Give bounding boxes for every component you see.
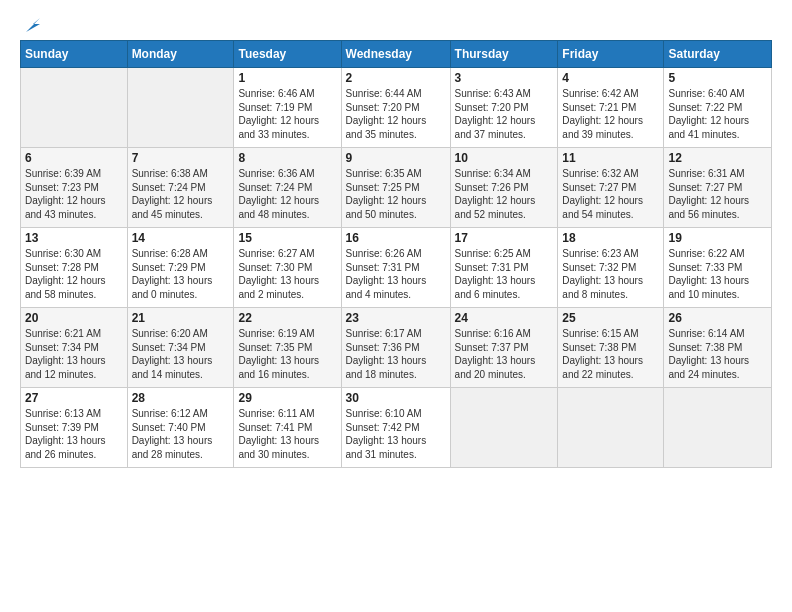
- day-info: Sunrise: 6:13 AMSunset: 7:39 PMDaylight:…: [25, 407, 123, 461]
- day-info: Sunrise: 6:16 AMSunset: 7:37 PMDaylight:…: [455, 327, 554, 381]
- calendar-cell: 1Sunrise: 6:46 AMSunset: 7:19 PMDaylight…: [234, 68, 341, 148]
- day-info: Sunrise: 6:11 AMSunset: 7:41 PMDaylight:…: [238, 407, 336, 461]
- weekday-header-tuesday: Tuesday: [234, 41, 341, 68]
- weekday-header-monday: Monday: [127, 41, 234, 68]
- week-row-2: 6Sunrise: 6:39 AMSunset: 7:23 PMDaylight…: [21, 148, 772, 228]
- calendar-cell: 9Sunrise: 6:35 AMSunset: 7:25 PMDaylight…: [341, 148, 450, 228]
- day-number: 28: [132, 391, 230, 405]
- day-info: Sunrise: 6:26 AMSunset: 7:31 PMDaylight:…: [346, 247, 446, 301]
- week-row-1: 1Sunrise: 6:46 AMSunset: 7:19 PMDaylight…: [21, 68, 772, 148]
- header: [20, 16, 772, 32]
- calendar-cell: 13Sunrise: 6:30 AMSunset: 7:28 PMDayligh…: [21, 228, 128, 308]
- page-container: SundayMondayTuesdayWednesdayThursdayFrid…: [0, 0, 792, 478]
- day-number: 21: [132, 311, 230, 325]
- calendar-body: 1Sunrise: 6:46 AMSunset: 7:19 PMDaylight…: [21, 68, 772, 468]
- day-number: 12: [668, 151, 767, 165]
- calendar-cell: 18Sunrise: 6:23 AMSunset: 7:32 PMDayligh…: [558, 228, 664, 308]
- weekday-header-sunday: Sunday: [21, 41, 128, 68]
- calendar-cell: [450, 388, 558, 468]
- calendar-cell: [664, 388, 772, 468]
- day-info: Sunrise: 6:43 AMSunset: 7:20 PMDaylight:…: [455, 87, 554, 141]
- calendar-header: SundayMondayTuesdayWednesdayThursdayFrid…: [21, 41, 772, 68]
- day-number: 2: [346, 71, 446, 85]
- day-number: 29: [238, 391, 336, 405]
- calendar-cell: 3Sunrise: 6:43 AMSunset: 7:20 PMDaylight…: [450, 68, 558, 148]
- day-number: 20: [25, 311, 123, 325]
- calendar-cell: 7Sunrise: 6:38 AMSunset: 7:24 PMDaylight…: [127, 148, 234, 228]
- calendar-cell: 25Sunrise: 6:15 AMSunset: 7:38 PMDayligh…: [558, 308, 664, 388]
- day-number: 19: [668, 231, 767, 245]
- day-number: 4: [562, 71, 659, 85]
- weekday-header-thursday: Thursday: [450, 41, 558, 68]
- day-number: 14: [132, 231, 230, 245]
- day-number: 30: [346, 391, 446, 405]
- calendar-cell: 28Sunrise: 6:12 AMSunset: 7:40 PMDayligh…: [127, 388, 234, 468]
- day-number: 17: [455, 231, 554, 245]
- calendar-cell: 22Sunrise: 6:19 AMSunset: 7:35 PMDayligh…: [234, 308, 341, 388]
- day-info: Sunrise: 6:22 AMSunset: 7:33 PMDaylight:…: [668, 247, 767, 301]
- day-number: 7: [132, 151, 230, 165]
- day-number: 24: [455, 311, 554, 325]
- calendar-cell: 24Sunrise: 6:16 AMSunset: 7:37 PMDayligh…: [450, 308, 558, 388]
- day-info: Sunrise: 6:19 AMSunset: 7:35 PMDaylight:…: [238, 327, 336, 381]
- calendar-cell: 23Sunrise: 6:17 AMSunset: 7:36 PMDayligh…: [341, 308, 450, 388]
- day-info: Sunrise: 6:28 AMSunset: 7:29 PMDaylight:…: [132, 247, 230, 301]
- day-info: Sunrise: 6:15 AMSunset: 7:38 PMDaylight:…: [562, 327, 659, 381]
- calendar-cell: 27Sunrise: 6:13 AMSunset: 7:39 PMDayligh…: [21, 388, 128, 468]
- week-row-3: 13Sunrise: 6:30 AMSunset: 7:28 PMDayligh…: [21, 228, 772, 308]
- calendar-cell: 29Sunrise: 6:11 AMSunset: 7:41 PMDayligh…: [234, 388, 341, 468]
- calendar-table: SundayMondayTuesdayWednesdayThursdayFrid…: [20, 40, 772, 468]
- calendar-cell: 21Sunrise: 6:20 AMSunset: 7:34 PMDayligh…: [127, 308, 234, 388]
- day-info: Sunrise: 6:40 AMSunset: 7:22 PMDaylight:…: [668, 87, 767, 141]
- day-info: Sunrise: 6:46 AMSunset: 7:19 PMDaylight:…: [238, 87, 336, 141]
- calendar-cell: 19Sunrise: 6:22 AMSunset: 7:33 PMDayligh…: [664, 228, 772, 308]
- weekday-header-wednesday: Wednesday: [341, 41, 450, 68]
- day-info: Sunrise: 6:23 AMSunset: 7:32 PMDaylight:…: [562, 247, 659, 301]
- logo-icon: [22, 14, 44, 36]
- day-number: 23: [346, 311, 446, 325]
- calendar-cell: 16Sunrise: 6:26 AMSunset: 7:31 PMDayligh…: [341, 228, 450, 308]
- calendar-cell: 5Sunrise: 6:40 AMSunset: 7:22 PMDaylight…: [664, 68, 772, 148]
- day-number: 18: [562, 231, 659, 245]
- calendar-cell: 30Sunrise: 6:10 AMSunset: 7:42 PMDayligh…: [341, 388, 450, 468]
- day-info: Sunrise: 6:21 AMSunset: 7:34 PMDaylight:…: [25, 327, 123, 381]
- day-info: Sunrise: 6:38 AMSunset: 7:24 PMDaylight:…: [132, 167, 230, 221]
- weekday-header-saturday: Saturday: [664, 41, 772, 68]
- day-info: Sunrise: 6:30 AMSunset: 7:28 PMDaylight:…: [25, 247, 123, 301]
- day-number: 5: [668, 71, 767, 85]
- day-info: Sunrise: 6:12 AMSunset: 7:40 PMDaylight:…: [132, 407, 230, 461]
- day-info: Sunrise: 6:36 AMSunset: 7:24 PMDaylight:…: [238, 167, 336, 221]
- calendar-cell: 20Sunrise: 6:21 AMSunset: 7:34 PMDayligh…: [21, 308, 128, 388]
- day-info: Sunrise: 6:34 AMSunset: 7:26 PMDaylight:…: [455, 167, 554, 221]
- day-number: 11: [562, 151, 659, 165]
- day-info: Sunrise: 6:32 AMSunset: 7:27 PMDaylight:…: [562, 167, 659, 221]
- calendar-cell: 2Sunrise: 6:44 AMSunset: 7:20 PMDaylight…: [341, 68, 450, 148]
- day-number: 13: [25, 231, 123, 245]
- calendar-cell: 10Sunrise: 6:34 AMSunset: 7:26 PMDayligh…: [450, 148, 558, 228]
- week-row-5: 27Sunrise: 6:13 AMSunset: 7:39 PMDayligh…: [21, 388, 772, 468]
- calendar-cell: 11Sunrise: 6:32 AMSunset: 7:27 PMDayligh…: [558, 148, 664, 228]
- calendar-cell: 15Sunrise: 6:27 AMSunset: 7:30 PMDayligh…: [234, 228, 341, 308]
- calendar-cell: 8Sunrise: 6:36 AMSunset: 7:24 PMDaylight…: [234, 148, 341, 228]
- day-info: Sunrise: 6:25 AMSunset: 7:31 PMDaylight:…: [455, 247, 554, 301]
- day-info: Sunrise: 6:42 AMSunset: 7:21 PMDaylight:…: [562, 87, 659, 141]
- day-number: 3: [455, 71, 554, 85]
- weekday-row: SundayMondayTuesdayWednesdayThursdayFrid…: [21, 41, 772, 68]
- day-number: 22: [238, 311, 336, 325]
- day-info: Sunrise: 6:44 AMSunset: 7:20 PMDaylight:…: [346, 87, 446, 141]
- logo: [20, 16, 44, 32]
- day-info: Sunrise: 6:27 AMSunset: 7:30 PMDaylight:…: [238, 247, 336, 301]
- calendar-cell: 6Sunrise: 6:39 AMSunset: 7:23 PMDaylight…: [21, 148, 128, 228]
- day-number: 26: [668, 311, 767, 325]
- day-number: 9: [346, 151, 446, 165]
- day-info: Sunrise: 6:31 AMSunset: 7:27 PMDaylight:…: [668, 167, 767, 221]
- calendar-cell: [127, 68, 234, 148]
- day-number: 27: [25, 391, 123, 405]
- calendar-cell: 12Sunrise: 6:31 AMSunset: 7:27 PMDayligh…: [664, 148, 772, 228]
- day-info: Sunrise: 6:20 AMSunset: 7:34 PMDaylight:…: [132, 327, 230, 381]
- week-row-4: 20Sunrise: 6:21 AMSunset: 7:34 PMDayligh…: [21, 308, 772, 388]
- weekday-header-friday: Friday: [558, 41, 664, 68]
- day-info: Sunrise: 6:17 AMSunset: 7:36 PMDaylight:…: [346, 327, 446, 381]
- day-number: 1: [238, 71, 336, 85]
- day-info: Sunrise: 6:14 AMSunset: 7:38 PMDaylight:…: [668, 327, 767, 381]
